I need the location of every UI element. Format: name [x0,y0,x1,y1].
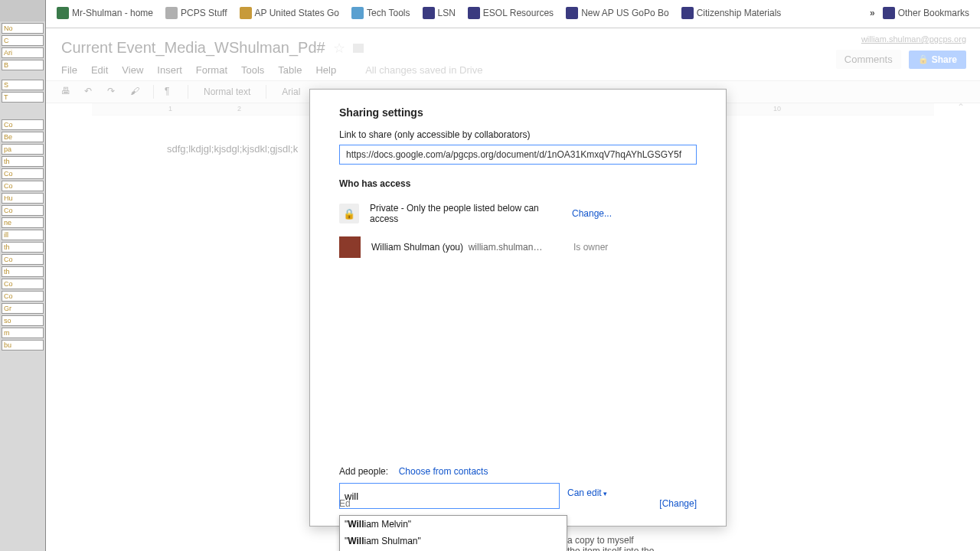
share-dialog: Sharing settings Link to share (only acc… [309,89,727,527]
bg-box: Co [2,291,44,302]
bg-box: Co [2,254,44,265]
bg-box: Co [2,119,44,130]
avatar [339,236,361,258]
favicon-icon [165,7,178,19]
suggestion-item[interactable]: "William Melvin" [340,516,567,533]
bookmark-item[interactable]: AP United States Go [235,5,345,21]
bookmark-bar: Mr-Shulman - homePCPS StuffAP United Sta… [46,5,980,21]
bg-box: Gr [2,303,44,314]
change-access-link[interactable]: Change... [572,208,612,219]
bg-box: No [2,23,44,34]
bookmark-label: Tech Tools [367,8,410,18]
who-has-access-label: Who has access [339,178,697,189]
bg-box: m [2,328,44,338]
bookmark-item[interactable]: LSN [418,5,460,21]
editors-label: Ed [339,498,351,509]
bg-box: Be [2,132,44,142]
change-editor-link[interactable]: [Change] [659,498,697,509]
bg-box: S [2,80,44,90]
bookmark-item[interactable]: New AP US GoPo Bo [561,5,674,21]
bookmark-item[interactable]: PCPS Stuff [161,5,231,21]
background-app-panel: No C Ari B S T Co Be pa th Co Co Hu Co n… [0,0,46,551]
bookmark-item[interactable]: ESOL Resources [463,5,558,21]
bg-box: ill [2,230,44,240]
bookmark-overflow-icon[interactable]: » [870,8,875,18]
bookmark-label: PCPS Stuff [181,8,227,18]
bg-box: Co [2,181,44,191]
suggestion-item[interactable]: "William Shulman" [340,533,567,549]
bg-box: B [2,60,44,70]
bookmark-item[interactable]: Mr-Shulman - home [52,5,158,21]
bookmark-label: Mr-Shulman - home [72,8,153,18]
folder-icon [883,7,895,19]
favicon-icon [423,7,435,19]
bookmark-label: ESOL Resources [483,8,554,18]
favicon-icon [240,7,252,19]
choose-contacts-link[interactable]: Choose from contacts [399,466,488,477]
bookmark-item[interactable]: Tech Tools [347,5,414,21]
owner-name: William Shulman (you) [371,242,463,253]
owner-email: william.shulman… [469,242,543,253]
access-private-row: 🔒 Private - Only the people listed below… [339,197,697,230]
owner-role: Is owner [573,242,608,253]
other-bookmarks[interactable]: Other Bookmarks [878,5,974,21]
access-owner-row: William Shulman (you) william.shulman… I… [339,230,697,264]
dialog-title: Sharing settings [339,106,697,119]
lock-icon: 🔒 [339,204,359,223]
bg-box: Co [2,205,44,216]
bg-box: pa [2,144,44,155]
bg-box: th [2,242,44,253]
favicon-icon [351,7,364,19]
favicon-icon [468,7,480,19]
bookmark-label: AP United States Go [255,8,340,18]
bg-box: so [2,315,44,326]
bg-box: T [2,92,44,103]
bg-box: th [2,266,44,277]
bg-box: Co [2,279,44,289]
bg-box: bu [2,340,44,350]
private-text: Private - Only the people listed below c… [370,203,561,224]
favicon-icon [566,7,578,19]
can-edit-dropdown[interactable]: Can edit [567,483,607,498]
bg-box: Hu [2,193,44,204]
notify-hint-text: a copy to myselfthe item itself into the [567,535,705,551]
bookmark-label: LSN [438,8,456,18]
bg-box: C [2,35,44,46]
other-bookmarks-label: Other Bookmarks [898,8,969,18]
bookmark-item[interactable]: Citizenship Materials [677,5,786,21]
link-label: Link to share (only accessible by collab… [339,129,697,140]
bg-box: ne [2,217,44,228]
share-link-input[interactable] [339,145,697,165]
add-people-label: Add people: [339,466,388,477]
bookmark-label: New AP US GoPo Bo [581,8,669,18]
autocomplete-suggestions: "William Melvin" "William Shulman" "Sher… [339,515,567,551]
favicon-icon [57,7,69,19]
bookmark-label: Citizenship Materials [697,8,782,18]
favicon-icon [681,7,694,19]
bg-box: th [2,156,44,167]
bg-box: Ari [2,47,44,58]
bg-box: Co [2,168,44,179]
